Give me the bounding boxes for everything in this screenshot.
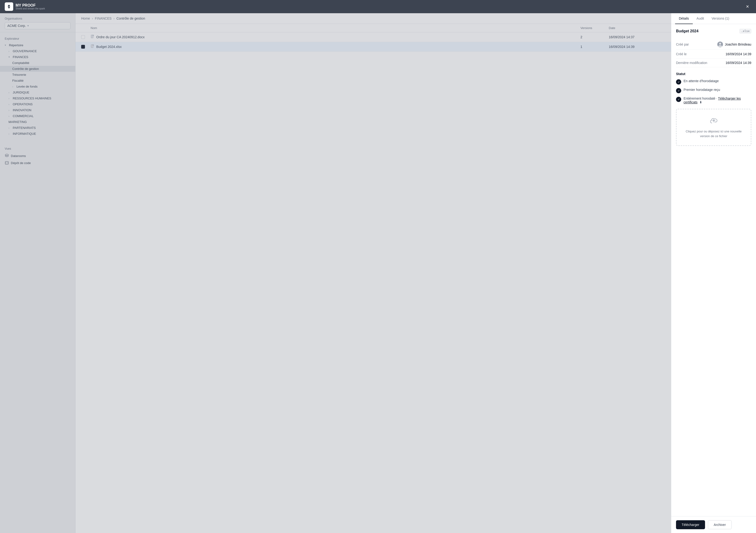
chevron-down-icon: ▾ <box>5 44 8 47</box>
checkbox[interactable] <box>81 45 85 49</box>
sidebar-item-tresorerie[interactable]: Trésorerie <box>0 72 75 78</box>
sidebar-item-operations[interactable]: › OPERATIONS <box>0 101 75 107</box>
breadcrumb-current: Contrôle de gestion <box>117 16 145 20</box>
archiver-button[interactable]: Archiver <box>708 520 732 529</box>
breadcrumb-home[interactable]: Home <box>81 16 90 20</box>
code-icon <box>5 161 9 165</box>
chevron-right-icon: › <box>9 103 11 106</box>
sidebar-item-commercial[interactable]: › COMMERCIAL <box>0 113 75 119</box>
sidebar-item-label: Trésorerie <box>12 73 26 76</box>
meta-derniere-modif: Dernière modification 16/09/2024 14:39 <box>676 59 751 67</box>
sidebar-item-label: PARTENARIATS <box>13 126 36 129</box>
chevron-right-icon: › <box>9 115 11 118</box>
file-name-cell: Ordre du jour CA 20240912.docx <box>91 35 580 40</box>
view-depot-code[interactable]: Dépôt de code <box>5 159 70 166</box>
svg-rect-5 <box>93 44 94 45</box>
logo-title: MY PROOF <box>15 3 45 8</box>
row-checkbox[interactable] <box>81 35 91 39</box>
content-area: Home › FINANCES › Contrôle de gestion No… <box>75 13 671 533</box>
author-name: Joachim Brindeau <box>725 42 751 46</box>
tab-details[interactable]: Détails <box>675 13 693 24</box>
file-name-text: Budget 2024.xlsx <box>96 45 122 49</box>
telecharger-button[interactable]: Télécharger <box>676 520 705 529</box>
tab-versions[interactable]: Versions (1) <box>708 13 733 24</box>
chevron-right-icon: › <box>12 85 15 88</box>
row-checkbox[interactable] <box>81 45 91 49</box>
table-row[interactable]: Budget 2024.xlsx 1 16/09/2024 14:39 <box>75 42 671 52</box>
svg-point-0 <box>5 154 9 155</box>
chevron-right-icon: › <box>9 126 11 129</box>
check-icon: ✓ <box>676 88 681 93</box>
close-button[interactable]: × <box>744 3 751 11</box>
explorer-label: Explorateur <box>0 35 75 42</box>
panel-actions: Télécharger Archiver <box>671 516 756 533</box>
sidebar-item-marketing[interactable]: MARKETING <box>0 119 75 125</box>
status-label: Premier horodatage reçu <box>684 88 720 92</box>
avatar <box>717 42 723 47</box>
sidebar-item-levee-fonds[interactable]: › Levée de fonds <box>0 84 75 90</box>
chevron-right-icon: › <box>9 97 11 100</box>
file-ext-badge: .xlsx <box>740 29 751 34</box>
file-versions: 2 <box>580 35 609 39</box>
sidebar-item-innovation[interactable]: › INNOVATION <box>0 107 75 113</box>
sidebar-item-repertoire[interactable]: ▾ Répertoire <box>0 42 75 48</box>
status-item-1: ✓ En attente d'horodatage <box>676 79 751 85</box>
org-name: ACME Corp. <box>7 24 26 28</box>
views-section: Vues Datarooms <box>0 143 75 168</box>
statut-title: Statut <box>676 72 751 76</box>
file-table: Nom Versions Date <box>75 24 671 533</box>
sidebar-item-ressources-humaines[interactable]: › RESSOURCES HUMAINES <box>0 95 75 101</box>
view-datarooms[interactable]: Datarooms <box>5 152 70 159</box>
sidebar-item-label: INFORMATIQUE <box>13 132 36 135</box>
sidebar-item-fiscalite[interactable]: Fiscalité <box>0 78 75 84</box>
breadcrumb: Home › FINANCES › Contrôle de gestion <box>75 13 671 24</box>
sidebar-item-label: Fiscalité <box>12 79 24 82</box>
chevron-right-icon: › <box>9 50 11 53</box>
header: MY PROOF Shield and stream the spark × <box>0 0 756 13</box>
tab-audit[interactable]: Audit <box>693 13 708 24</box>
download-icon: ⬇ <box>699 100 702 104</box>
logo-icon <box>5 2 13 11</box>
meta-value: 16/09/2024 14:39 <box>726 52 751 56</box>
sidebar-item-finances[interactable]: ▾ FINANCES <box>0 54 75 60</box>
svg-point-7 <box>719 43 721 44</box>
table-row[interactable]: Ordre du jour CA 20240912.docx 2 16/09/2… <box>75 32 671 42</box>
sidebar-item-juridique[interactable]: › JURIDIQUE <box>0 90 75 95</box>
sidebar-item-informatique[interactable]: › INFORMATIQUE <box>0 131 75 137</box>
col-date: Date <box>609 26 646 30</box>
sidebar-item-controle-gestion[interactable]: Contrôle de gestion <box>0 66 75 72</box>
upload-text: Cliquez pour ou déposez ici une nouvelle… <box>681 129 746 138</box>
org-selector[interactable]: ACME Corp. ▾ <box>5 22 70 29</box>
upload-area[interactable]: Cliquez pour ou déposez ici une nouvelle… <box>676 109 751 146</box>
datarooms-label: Datarooms <box>11 154 26 158</box>
table-header: Nom Versions Date <box>75 24 671 32</box>
logo-subtitle: Shield and stream the spark <box>15 7 45 10</box>
file-name-cell: Budget 2024.xlsx <box>91 44 580 49</box>
chevron-down-icon: ▾ <box>27 24 29 27</box>
organisations-label: Organisations <box>5 17 70 20</box>
sidebar-item-label: Contrôle de gestion <box>12 67 39 70</box>
sidebar-item-label: COMMERCIAL <box>13 114 34 118</box>
sidebar-item-label: Levée de fonds <box>16 85 38 88</box>
file-name-text: Ordre du jour CA 20240912.docx <box>96 35 145 39</box>
col-actions <box>646 26 665 30</box>
meta-value: 16/09/2024 14:39 <box>726 61 751 65</box>
file-date: 16/09/2024 14:39 <box>609 45 646 49</box>
file-title-input[interactable] <box>676 29 738 33</box>
explorer-section: Explorateur ▾ Répertoire › GOUVERNANCE ▾… <box>0 33 75 139</box>
sidebar-item-label: MARKETING <box>9 120 27 124</box>
sidebar-item-partenariats[interactable]: › PARTENARIATS <box>0 125 75 131</box>
statut-section: Statut ✓ En attente d'horodatage ✓ Premi… <box>676 72 751 104</box>
status-label: Entièrement horodaté · Télécharger les c… <box>684 97 751 104</box>
sidebar: Organisations ACME Corp. ▾ Explorateur ▾… <box>0 13 75 533</box>
divider <box>0 32 75 32</box>
meta-value: Joachim Brindeau <box>717 42 751 47</box>
meta-label: Créé par <box>676 42 689 46</box>
file-xlsx-icon <box>91 44 94 49</box>
checkbox[interactable] <box>81 35 85 39</box>
sidebar-item-label: Répertoire <box>9 43 23 47</box>
col-checkbox <box>81 26 91 30</box>
sidebar-item-comptabilite[interactable]: Comptabilité <box>0 60 75 66</box>
breadcrumb-finances[interactable]: FINANCES <box>95 16 112 20</box>
sidebar-item-gouvernance[interactable]: › GOUVERNANCE <box>0 48 75 54</box>
